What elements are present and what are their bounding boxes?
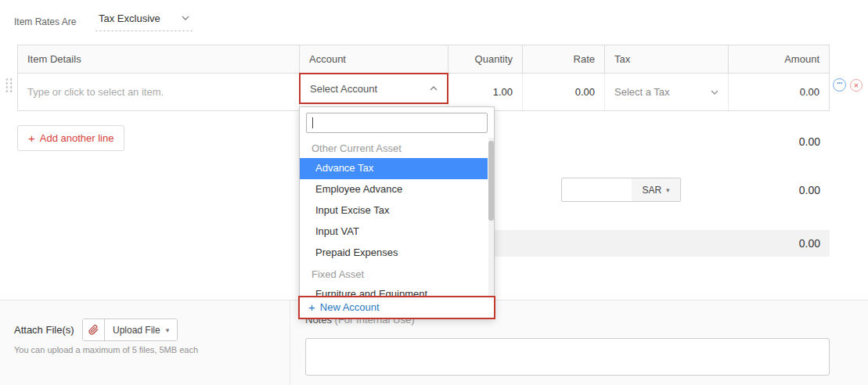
amount-cell: 0.00 (729, 74, 829, 110)
add-line-label: Add another line (40, 132, 114, 144)
item-details-input[interactable] (18, 86, 299, 98)
subtotal-amount: 0.00 (704, 135, 820, 148)
column-header-rate: Rate (523, 45, 605, 73)
account-cell: Select Account (300, 74, 448, 110)
item-rates-label: Item Rates Are (14, 16, 76, 27)
account-option-advance-tax[interactable]: Advance Tax (300, 158, 488, 179)
more-actions-icon[interactable]: ··· (833, 78, 846, 92)
account-option-input-excise-tax[interactable]: Input Excise Tax (300, 200, 488, 221)
chevron-down-icon (182, 16, 189, 20)
chevron-down-icon (711, 90, 719, 95)
account-option-furniture-and-equipment[interactable]: Furniture and Equipment (300, 284, 488, 296)
plus-icon: + (28, 132, 35, 144)
total-row: 0.00 (438, 230, 830, 257)
notes-textarea[interactable] (305, 338, 830, 376)
caret-down-icon: ▾ (666, 186, 670, 194)
scrollbar-track[interactable] (488, 138, 494, 296)
rate-value: 0.00 (566, 86, 604, 98)
account-search-input[interactable] (306, 113, 488, 133)
upload-hint: You can upload a maximum of 5 files, 5MB… (14, 345, 198, 354)
upload-file-label: Upload File (113, 325, 160, 336)
account-option-input-vat[interactable]: Input VAT (300, 221, 488, 243)
attach-files-label: Attach File(s) (14, 324, 74, 336)
row-actions: ··· × (833, 78, 863, 92)
currency-value: SAR (642, 185, 661, 196)
scrollbar-thumb[interactable] (488, 141, 494, 221)
account-group-other-current-asset: Other Current Asset (300, 138, 494, 158)
new-account-label: New Account (320, 301, 380, 313)
add-line-button[interactable]: + Add another line (17, 125, 124, 151)
item-details-cell (18, 74, 300, 110)
caret-down-icon: ▾ (166, 326, 170, 334)
currency-select[interactable]: SAR ▾ (632, 178, 681, 202)
item-rates-select[interactable]: Tax Exclusive (95, 10, 193, 31)
footer-divider (290, 300, 290, 385)
account-dropdown: Other Current Asset Advance Tax Employee… (299, 106, 495, 318)
row-drag-handle[interactable] (5, 77, 13, 92)
quantity-cell[interactable]: 1.00 (448, 74, 523, 110)
adjustment-amount: 0.00 (704, 184, 820, 196)
rate-cell[interactable]: 0.00 (523, 74, 605, 110)
column-header-account: Account (300, 45, 448, 73)
table-header: Item Details Account Quantity Rate Tax A… (17, 45, 830, 74)
upload-file-button[interactable]: Upload File ▾ (105, 319, 177, 340)
account-option-prepaid-expenses[interactable]: Prepaid Expenses (300, 243, 488, 264)
account-option-employee-advance[interactable]: Employee Advance (300, 179, 488, 200)
quantity-value: 1.00 (484, 86, 522, 98)
new-account-button[interactable]: + New Account (300, 296, 494, 318)
total-amount: 0.00 (799, 237, 820, 250)
amount-value: 0.00 (791, 86, 829, 98)
account-list: Other Current Asset Advance Tax Employee… (300, 138, 494, 296)
text-cursor (312, 117, 313, 128)
line-item-row: Select Account 1.00 0.00 Select a Tax 0.… (17, 74, 830, 111)
tax-select-value: Select a Tax (614, 86, 670, 98)
column-header-item-details: Item Details (18, 45, 300, 73)
account-select-value: Select Account (310, 83, 377, 95)
chevron-up-icon (430, 86, 438, 91)
remove-row-icon[interactable]: × (850, 79, 863, 92)
column-header-quantity: Quantity (448, 45, 523, 73)
item-rates-value: Tax Exclusive (99, 13, 160, 24)
account-select[interactable]: Select Account (299, 73, 448, 104)
account-search (300, 107, 494, 138)
upload-file-control: Upload File ▾ (82, 318, 178, 341)
tax-select[interactable]: Select a Tax (605, 74, 729, 110)
line-items-table: Item Details Account Quantity Rate Tax A… (17, 45, 830, 111)
plus-icon: + (308, 301, 315, 313)
paperclip-icon (88, 325, 99, 335)
account-group-fixed-asset: Fixed Asset (300, 264, 494, 284)
column-header-amount: Amount (729, 45, 829, 73)
column-header-tax: Tax (605, 45, 729, 73)
attach-paperclip-button[interactable] (83, 319, 105, 340)
adjustment-input[interactable] (561, 178, 632, 202)
